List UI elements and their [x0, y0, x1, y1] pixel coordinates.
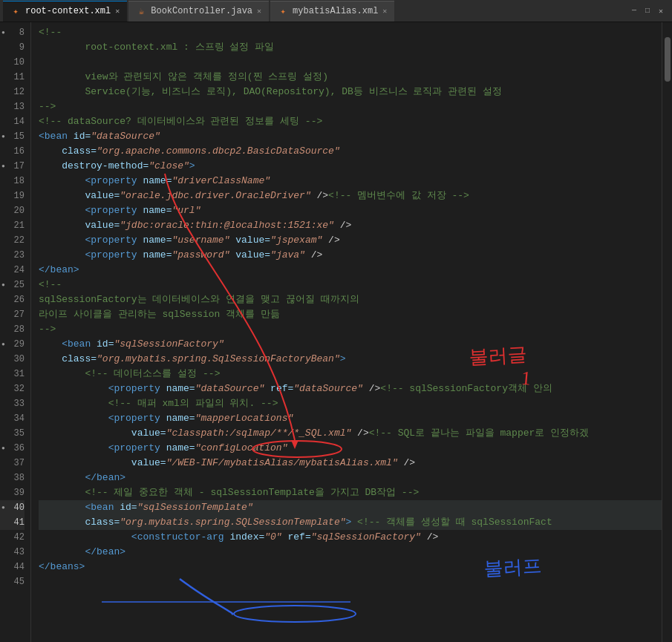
line-26: 26 — [0, 292, 25, 307]
svg-point-2 — [234, 606, 356, 622]
line-29: 29 — [0, 337, 25, 352]
tab-label-root-context: root-context.xml — [25, 6, 111, 16]
tab-book-controller[interactable]: ☕ BookController.java ✕ — [128, 1, 269, 22]
line-21: 21 — [0, 218, 25, 233]
line-15: 15 — [0, 129, 25, 144]
line-38: 38 — [0, 471, 25, 485]
window-controls: ─ □ ✕ — [629, 6, 669, 16]
line-32: 32 — [0, 381, 25, 396]
line-41: 41 — [0, 515, 25, 530]
line-39: 39 — [0, 485, 25, 500]
code-line-38: </bean> — [39, 471, 672, 485]
line-18: 18 — [0, 174, 25, 189]
line-35: 35 — [0, 426, 25, 441]
code-line-44: </beans> — [39, 560, 672, 574]
line-30: 30 — [0, 352, 25, 367]
code-line-34: <property name="mapperLocations" — [39, 411, 672, 426]
code-line-11: view와 관련되지 않은 객체를 정의(찐 스프링 설정) — [39, 70, 672, 85]
code-line-29: <bean id="sqlSessionFactory" — [39, 337, 672, 352]
code-line-40: <bean id="sqlSessionTemplate" — [39, 500, 672, 515]
line-45: 45 — [0, 574, 25, 589]
tab-close-mybatis-alias[interactable]: ✕ — [382, 7, 387, 16]
code-line-15: <bean id="dataSource" — [39, 129, 672, 144]
code-line-21: value="jdbc:oracle:thin:@localhost:1521:… — [39, 218, 672, 233]
line-34: 34 — [0, 411, 25, 426]
code-content[interactable]: <!-- root-context.xml : 스프링 설정 파일 view와 … — [31, 22, 672, 642]
minimize-button[interactable]: ─ — [629, 6, 639, 16]
line-24: 24 — [0, 263, 25, 278]
code-line-17: destroy-method="close"> — [39, 159, 672, 174]
code-line-26: sqlSessionFactory는 데이터베이스와 연결을 맺고 끊어질 때까… — [39, 292, 672, 307]
code-line-20: <property name="url" — [39, 203, 672, 218]
scrollbar-thumb[interactable] — [665, 37, 671, 82]
scrollbar[interactable] — [662, 22, 672, 642]
code-line-18: <property name="driverClassName" — [39, 174, 672, 189]
code-line-13: --> — [39, 99, 672, 114]
line-12: 12 — [0, 85, 25, 99]
code-line-33: <!-- 매퍼 xml의 파일의 위치. --> — [39, 396, 672, 411]
line-22: 22 — [0, 233, 25, 248]
line-31: 31 — [0, 367, 25, 381]
line-20: 20 — [0, 203, 25, 218]
code-line-28: --> — [39, 322, 672, 337]
line-28: 28 — [0, 322, 25, 337]
line-10: 10 — [0, 55, 25, 70]
code-line-14: <!-- dataSource? 데이터베이스와 관련된 정보를 세팅 --> — [39, 114, 672, 129]
code-line-27: 라이프 사이클을 관리하는 sqlSession 객체를 만듦 — [39, 307, 672, 322]
line-43: 43 — [0, 545, 25, 560]
code-line-31: <!-- 데이터소스를 설정 --> — [39, 367, 672, 381]
line-16: 16 — [0, 144, 25, 159]
line-19: 19 — [0, 189, 25, 203]
line-17: 17 — [0, 159, 25, 174]
line-9: 9 — [0, 40, 25, 55]
code-line-12: Service(기능, 비즈니스 로직), DAO(Repository), D… — [39, 85, 672, 99]
code-line-24: </bean> — [39, 263, 672, 278]
line-27: 27 — [0, 307, 25, 322]
editor-area: 8 9 10 11 12 13 14 15 16 17 18 19 20 21 … — [0, 22, 672, 642]
code-line-32: <property name="dataSource" ref="dataSou… — [39, 381, 672, 396]
line-11: 11 — [0, 70, 25, 85]
line-40: 40 — [0, 500, 25, 515]
line-42: 42 — [0, 530, 25, 545]
code-line-22: <property name="username" value="jspexam… — [39, 233, 672, 248]
code-line-30: class="org.mybatis.spring.SqlSessionFact… — [39, 352, 672, 367]
tab-close-root-context[interactable]: ✕ — [115, 7, 120, 16]
maximize-button[interactable]: □ — [642, 6, 653, 16]
line-14: 14 — [0, 114, 25, 129]
code-line-19: value="oracle.jdbc.driver.OracleDriver" … — [39, 189, 672, 203]
tab-label-mybatis-alias: mybatisAlias.xml — [293, 6, 378, 16]
tab-mybatis-alias[interactable]: ✦ mybatisAlias.xml ✕ — [270, 1, 394, 22]
code-line-23: <property name="password" value="java" /… — [39, 248, 672, 263]
line-13: 13 — [0, 99, 25, 114]
line-33: 33 — [0, 396, 25, 411]
line-36: 36 — [0, 441, 25, 456]
line-44: 44 — [0, 560, 25, 574]
code-line-16: class="org.apache.commons.dbcp2.BasicDat… — [39, 144, 672, 159]
line-25: 25 — [0, 278, 25, 292]
code-line-25: <!-- — [39, 278, 672, 292]
code-line-35: value="classpath:/sqlmap/**/*_SQL.xml" /… — [39, 426, 672, 441]
line-23: 23 — [0, 248, 25, 263]
xml-icon: ✦ — [10, 6, 21, 16]
line-8: 8 — [0, 25, 25, 40]
title-bar: ✦ root-context.xml ✕ ☕ BookController.ja… — [0, 0, 672, 22]
tab-close-book-controller[interactable]: ✕ — [257, 7, 261, 16]
line-37: 37 — [0, 456, 25, 471]
code-line-36: <property name="configLocation" — [39, 441, 672, 456]
code-line-37: value="/WEB-INF/mybatisAlias/mybatisAlia… — [39, 456, 672, 471]
code-line-45 — [39, 574, 672, 589]
code-line-41: class="org.mybatis.spring.SQLSessionTemp… — [39, 515, 672, 530]
code-line-42: <constructor-arg index="0" ref="sqlSessi… — [39, 530, 672, 545]
xml-icon2: ✦ — [278, 6, 288, 16]
code-line-43: </bean> — [39, 545, 672, 560]
line-numbers: 8 9 10 11 12 13 14 15 16 17 18 19 20 21 … — [0, 22, 31, 642]
code-line-8: <!-- — [39, 25, 672, 40]
tab-label-book-controller: BookController.java — [151, 6, 252, 16]
code-line-9: root-context.xml : 스프링 설정 파일 — [39, 40, 672, 55]
code-line-10 — [39, 55, 672, 70]
java-icon: ☕ — [136, 6, 146, 16]
tab-root-context[interactable]: ✦ root-context.xml ✕ — [3, 1, 127, 22]
code-line-39: <!-- 제일 중요한 객체 - sqlSessionTemplate을 가지고… — [39, 485, 672, 500]
close-button[interactable]: ✕ — [656, 6, 666, 16]
